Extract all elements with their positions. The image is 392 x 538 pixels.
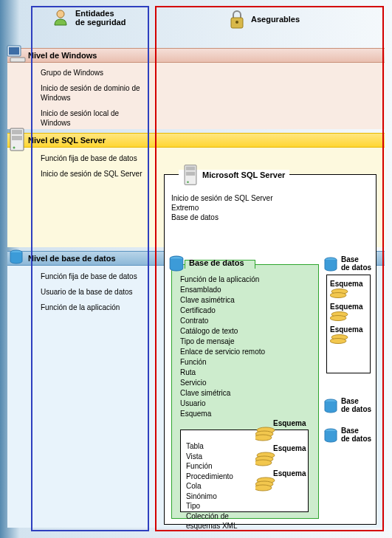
database-item: Función de la aplicación <box>41 303 144 312</box>
database-level-items: Función fija de base de datos Usuario de… <box>41 272 144 318</box>
sqlserver-item: Inicio de sesión de SQL Server <box>41 169 144 179</box>
database-icon <box>323 399 338 413</box>
database-securable-item: Ruta <box>180 368 298 378</box>
disk-icon <box>330 288 349 300</box>
database-securable-title: Base de datos <box>189 258 244 267</box>
lock-icon <box>229 9 245 30</box>
diagram-canvas: Entidades de seguridad Asegurables Nivel… <box>0 0 392 538</box>
database-securable-item: Tipo de mensaje <box>180 337 298 347</box>
disk-icon <box>255 427 276 441</box>
principals-title: Entidades de seguridad <box>75 9 125 27</box>
side-database-box: Esquema Esquema Esquema <box>326 275 371 373</box>
schema-securable-item: Colección de esquemas XML <box>186 511 252 531</box>
computer-icon <box>6 44 27 63</box>
schema-securable-item: Tipo <box>186 501 252 511</box>
windows-item: Inicio de sesión de dominio de Windows <box>41 83 144 103</box>
svg-rect-13 <box>186 172 195 176</box>
database-securable-item: Servicio <box>180 378 298 388</box>
database-icon <box>9 249 24 264</box>
disk-stack-icon <box>255 427 276 443</box>
sqlserver-item: Función fija de base de datos <box>41 154 144 163</box>
disk-stack-icon <box>255 452 276 468</box>
database-icon <box>168 255 185 272</box>
database-securable-item: Contrato <box>180 316 298 326</box>
schema-securable-items: Tabla Vista Función Procedimiento Cola S… <box>186 441 252 531</box>
database-securable-item: Usuario <box>180 399 298 409</box>
schema-label: Esquema <box>330 280 367 288</box>
server-securable-header: Microsoft SQL Server <box>183 164 285 186</box>
database-securable-item: Función de la aplicación <box>180 275 298 285</box>
server-securable-items: Inicio de sesión de SQL Server Extremo B… <box>171 193 304 222</box>
user-icon <box>52 9 69 27</box>
svg-rect-12 <box>186 167 195 170</box>
schema-securable-item: Función <box>186 461 252 472</box>
svg-point-21 <box>255 460 272 466</box>
schema-label: Esquema <box>330 325 367 334</box>
schema-securable-item: Vista <box>186 452 252 462</box>
schema-label: Esquema <box>273 419 306 427</box>
server-securable-title: Microsoft SQL Server <box>202 170 285 179</box>
disk-icon <box>330 311 349 323</box>
schema-label: Esquema <box>273 444 306 452</box>
side-database-label: Base de datos <box>341 397 371 413</box>
svg-point-29 <box>330 316 346 321</box>
svg-point-0 <box>57 10 64 18</box>
svg-point-9 <box>13 147 16 149</box>
securables-title: Asegurables <box>251 15 300 24</box>
svg-point-31 <box>330 339 346 344</box>
database-securable-item: Enlace de servicio remoto <box>180 347 298 357</box>
database-securable-item: Función <box>180 357 298 368</box>
svg-rect-7 <box>12 130 22 134</box>
svg-point-18 <box>255 435 272 441</box>
svg-point-2 <box>235 21 238 24</box>
securables-column-header: Asegurables <box>229 9 300 30</box>
sqlserver-level-items: Función fija de base de datos Inicio de … <box>41 154 144 184</box>
principals-column-header: Entidades de seguridad <box>52 9 125 27</box>
schema-label: Esquema <box>330 303 367 311</box>
database-securable-item: Esquema <box>180 409 298 419</box>
database-item: Función fija de base de datos <box>41 272 144 281</box>
svg-rect-4 <box>9 47 19 55</box>
windows-item: Inicio de sesión local de Windows <box>41 108 144 128</box>
svg-point-14 <box>187 181 189 183</box>
svg-point-24 <box>255 485 272 491</box>
database-securable-item: Clave asimétrica <box>180 295 298 306</box>
svg-rect-5 <box>10 58 25 62</box>
database-icon <box>323 257 338 272</box>
database-icon <box>323 428 338 443</box>
database-securable-item: Catálogo de texto <box>180 326 298 337</box>
database-securable-items: Función de la aplicación Ensamblado Clav… <box>180 275 298 419</box>
schema-securable-item: Sinónimo <box>186 492 252 502</box>
disk-stack-icon <box>255 477 276 493</box>
server-securable-item: Inicio de sesión de SQL Server <box>171 193 304 203</box>
schema-securable-item: Cola <box>186 481 252 492</box>
windows-level-items: Grupo de Windows Inicio de sesión de dom… <box>41 68 144 134</box>
disk-icon <box>255 452 276 466</box>
side-database-label: Base de datos <box>341 255 371 272</box>
svg-point-27 <box>330 293 346 298</box>
database-securable-item: Clave simétrica <box>180 388 298 399</box>
database-securable-item: Ensamblado <box>180 285 298 295</box>
windows-item: Grupo de Windows <box>41 68 144 77</box>
server-securable-item: Base de datos <box>171 213 304 222</box>
svg-rect-8 <box>12 136 22 140</box>
side-database-label: Base de datos <box>341 427 371 443</box>
disk-icon <box>255 477 276 492</box>
schema-label: Esquema <box>273 469 306 477</box>
disk-icon <box>330 334 349 345</box>
schema-securable-item: Procedimiento <box>186 472 252 482</box>
server-securable-item: Extremo <box>171 203 304 213</box>
database-item: Usuario de la base de datos <box>41 287 144 297</box>
server-icon <box>9 127 25 152</box>
database-securable-item: Certificado <box>180 306 298 316</box>
schema-securable-item: Tabla <box>186 441 252 452</box>
server-icon <box>183 164 198 186</box>
